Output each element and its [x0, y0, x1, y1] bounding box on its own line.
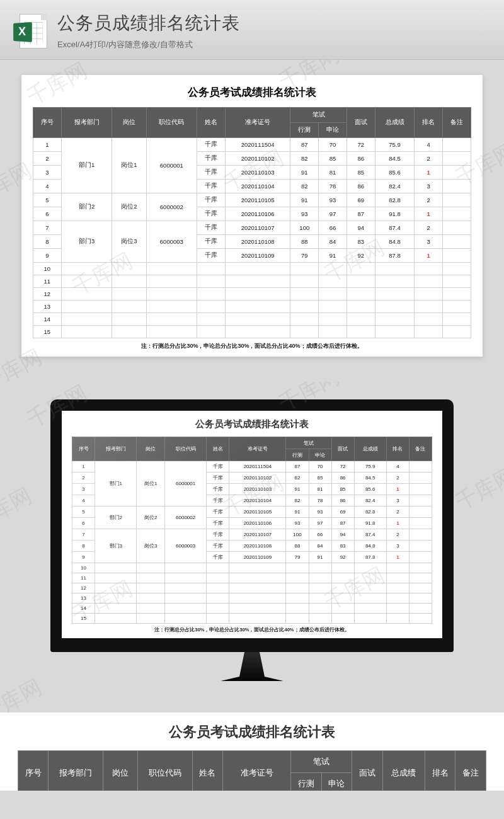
- table-row: 7部门3岗位36000003千库2020110107100669487.42: [72, 529, 432, 541]
- score-table: 序号报考部门岗位职位代码姓名准考证号笔试面试总成绩排名备注行测申论1部门1岗位1…: [18, 750, 486, 791]
- table-row: 13: [72, 593, 432, 604]
- preview-cropped-area: 公务员考试成绩排名统计表 序号报考部门岗位职位代码姓名准考证号笔试面试总成绩排名…: [0, 713, 504, 791]
- table-row: 10: [72, 563, 432, 573]
- sheet-note: 注：行测总分占比30%，申论总分占比30%，面试总分占比40%；成绩公布后进行体…: [33, 338, 471, 352]
- template-title: 公务员成绩排名统计表: [57, 11, 240, 35]
- table-row: 11: [72, 573, 432, 583]
- score-table: 序号报考部门岗位职位代码姓名准考证号笔试面试总成绩排名备注行测申论1部门1岗位1…: [72, 437, 432, 624]
- sheet-card: 公务员考试成绩排名统计表 序号报考部门岗位职位代码姓名准考证号笔试面试总成绩排名…: [21, 75, 483, 357]
- monitor-mockup: 公务员考试成绩排名统计表 序号报考部门岗位职位代码姓名准考证号笔试面试总成绩排名…: [50, 399, 454, 681]
- monitor-stand: [220, 652, 284, 681]
- table-row: 12: [33, 288, 471, 301]
- table-row: 12: [72, 583, 432, 593]
- sheet-title: 公务员考试成绩排名统计表: [18, 723, 486, 742]
- table-row: 15: [72, 614, 432, 624]
- table-row: 1部门1岗位16000001千库202011150487707275.94: [72, 461, 432, 472]
- table-row: 5部门2岗位26000002千库202011010591936982.82: [72, 507, 432, 518]
- sheet-note: 注：行测总分占比30%，申论总分占比30%，面试总分占比40%；成绩公布后进行体…: [72, 624, 432, 634]
- preview-monitor-area: 千库网千库网千库网千库网千库网千库网千库网千库网 公务员考试成绩排名统计表 序号…: [0, 382, 504, 713]
- table-row: 15: [33, 326, 471, 338]
- excel-icon: X: [13, 14, 47, 49]
- preview-flat-area: 千库网千库网千库网千库网千库网千库网千库网千库网 公务员考试成绩排名统计表 序号…: [0, 60, 504, 382]
- table-row: 7部门3岗位36000003千库2020110107100669487.42: [33, 221, 471, 235]
- sheet-title: 公务员考试成绩排名统计表: [72, 418, 432, 430]
- table-row: 5部门2岗位26000002千库202011010591936982.82: [33, 193, 471, 207]
- table-row: 10: [33, 263, 471, 275]
- table-row: 13: [33, 301, 471, 313]
- monitor-screen: 公务员考试成绩排名统计表 序号报考部门岗位职位代码姓名准考证号笔试面试总成绩排名…: [50, 399, 454, 652]
- table-row: 14: [72, 604, 432, 614]
- score-table: 序号报考部门岗位职位代码姓名准考证号笔试面试总成绩排名备注行测申论1部门1岗位1…: [33, 107, 471, 338]
- template-subtitle: Excel/A4打印/内容随意修改/自带格式: [57, 39, 240, 50]
- table-row: 11: [33, 275, 471, 288]
- table-row: 14: [33, 313, 471, 326]
- sheet-title: 公务员考试成绩排名统计表: [33, 85, 471, 100]
- table-row: 1部门1岗位16000001千库202011150487707275.94: [33, 138, 471, 152]
- template-header: X 公务员成绩排名统计表 Excel/A4打印/内容随意修改/自带格式: [0, 0, 504, 60]
